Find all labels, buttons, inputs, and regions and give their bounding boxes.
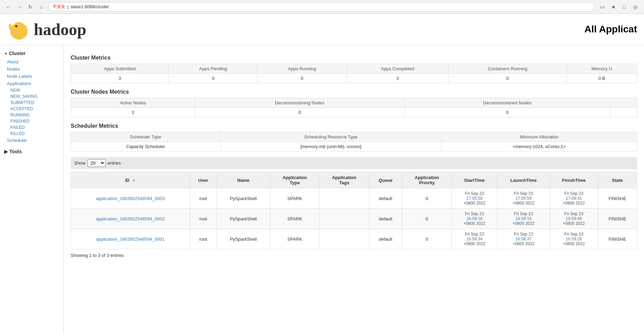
cell-priority: 0: [402, 209, 452, 229]
table-row: application_1663902548594_0001 root PySp…: [71, 229, 637, 249]
sidebar-item-node-labels[interactable]: Node Labels: [0, 73, 63, 80]
app-id-link[interactable]: application_1663902548594_0003: [96, 196, 165, 201]
body-layout: ▼ Cluster About Nodes Node Labels Applic…: [0, 45, 644, 333]
cell-queue: default: [369, 188, 402, 209]
col-header-queue[interactable]: Queue: [369, 172, 402, 188]
app-id-link[interactable]: application_1663902548594_0001: [96, 237, 165, 242]
sidebar-item-accepted[interactable]: ACCEPTED: [3, 106, 63, 112]
url-text: slave1:8088/cluster: [70, 4, 109, 9]
cluster-nodes-row: 3 0 0: [71, 108, 637, 117]
sidebar-cluster-header[interactable]: ▼ Cluster: [0, 49, 63, 58]
sidebar: ▼ Cluster About Nodes Node Labels Applic…: [0, 45, 64, 333]
tools-arrow-icon: ▶: [4, 149, 8, 154]
id-sort-icon: ▼: [132, 179, 135, 183]
cm-containers-running: 0: [449, 74, 567, 83]
applications-table: ID ▼ User Name ApplicationType Applicati…: [71, 172, 637, 249]
scheduler-metrics-title: Scheduler Metrics: [71, 123, 637, 129]
sm-header-resource: Scheduling Resource Type: [220, 132, 441, 142]
show-label: Show: [74, 160, 85, 166]
app-id-link[interactable]: application_1663902548594_0002: [96, 216, 165, 221]
cell-app-type: SPARK: [270, 188, 320, 209]
col-header-state[interactable]: State: [598, 172, 637, 188]
cell-launch-time: Fri Sep 23 16:59:16 +0800 2022: [497, 209, 550, 229]
sidebar-applications-sub: NEW NEW_SAVING SUBMITTED ACCEPTED RUNNIN…: [0, 87, 63, 137]
cm-header-pending: Apps Pending: [169, 64, 258, 74]
cell-user: root: [190, 209, 217, 229]
col-header-id[interactable]: ID ▼: [71, 172, 190, 188]
cell-id: application_1663902548594_0003: [71, 188, 190, 209]
sidebar-item-failed[interactable]: FAILED: [3, 124, 63, 131]
cm-apps-submitted: 3: [71, 74, 169, 83]
cnm-decommissioned: 0: [404, 108, 610, 117]
sidebar-tools-header[interactable]: ▶ Tools: [0, 147, 63, 156]
cluster-nodes-metrics-title: Cluster Nodes Metrics: [71, 89, 637, 95]
url-separator: |: [67, 4, 68, 9]
sidebar-item-nodes[interactable]: Nodes: [0, 65, 63, 73]
cell-state: FINISHE: [598, 209, 637, 229]
sidebar-tools-label: Tools: [9, 149, 22, 154]
col-header-start-time[interactable]: StartTime: [452, 172, 497, 188]
sm-min-alloc: <memory:1024, vCores:1>: [441, 142, 637, 152]
col-header-priority[interactable]: ApplicationPriority: [402, 172, 452, 188]
cell-app-type: SPARK: [270, 229, 320, 249]
home-button[interactable]: ⌂: [37, 3, 46, 11]
sidebar-item-scheduler[interactable]: Scheduler: [0, 137, 63, 144]
cnm-active: 3: [71, 108, 195, 117]
show-entries-bar: Show 10 20 50 100 entries: [71, 157, 637, 169]
forward-button[interactable]: →: [15, 3, 23, 11]
cm-header-submitted: Apps Submitted: [71, 64, 169, 74]
col-header-launch-time[interactable]: LaunchTime: [497, 172, 550, 188]
col-header-app-type[interactable]: ApplicationType: [270, 172, 320, 188]
entries-label: entries: [108, 160, 121, 166]
sidebar-item-submitted[interactable]: SUBMITTED: [3, 100, 63, 106]
sidebar-item-applications[interactable]: Applications: [0, 80, 63, 87]
cell-priority: 0: [402, 188, 452, 209]
cell-name: PySparkShell: [217, 188, 270, 209]
cnm-decommissioning: 0: [195, 108, 404, 117]
cell-queue: default: [369, 229, 402, 249]
window-button[interactable]: □: [620, 2, 629, 11]
cell-start-time: Fri Sep 23 16:58:34 +0800 2022: [452, 229, 497, 249]
sm-header-type: Scheduler Type: [71, 132, 221, 142]
cell-finish-time: Fri Sep 23 16:59:49 +0800 2022: [550, 209, 598, 229]
logo-area: hadoop: [7, 17, 86, 41]
cnm-extra: [610, 108, 637, 117]
cell-launch-time: Fri Sep 23 17:05:59 +0800 2022: [497, 188, 550, 209]
sidebar-item-running[interactable]: RUNNING: [3, 112, 63, 118]
app-layout: hadoop All Applicat ▼ Cluster About Node…: [0, 14, 644, 333]
reload-button[interactable]: ↻: [26, 3, 34, 11]
col-header-finish-time[interactable]: FinishTime: [550, 172, 598, 188]
address-bar[interactable]: 不安全 | slave1:8088/cluster: [48, 2, 595, 11]
col-header-app-tags[interactable]: ApplicationTags: [320, 172, 369, 188]
screen-cast-button[interactable]: ▭: [598, 2, 607, 11]
sm-type: Capacity Scheduler: [71, 142, 221, 152]
cnm-header-decommissioned: Decommissioned Nodes: [404, 98, 610, 108]
profile-button[interactable]: ◎: [631, 2, 640, 11]
cluster-metrics-row: 3 0 0 3 0 0 B: [71, 74, 637, 83]
cell-start-time: Fri Sep 23 17:05:58 +0800 2022: [452, 188, 497, 209]
cell-finish-time: Fri Sep 23 16:59:28 +0800 2022: [550, 229, 598, 249]
scheduler-metrics-row: Capacity Scheduler [memory-mb (unit=Mi),…: [71, 142, 637, 152]
cell-start-time: Fri Sep 23 16:59:16 +0800 2022: [452, 209, 497, 229]
apps-table-header-row: ID ▼ User Name ApplicationType Applicati…: [71, 172, 637, 188]
entries-select[interactable]: 10 20 50 100: [88, 159, 105, 167]
logo-text: hadoop: [34, 20, 86, 39]
sidebar-item-finished[interactable]: FINISHED: [3, 118, 63, 124]
col-header-name[interactable]: Name: [217, 172, 270, 188]
cell-app-type: SPARK: [270, 209, 320, 229]
bookmark-button[interactable]: ★: [609, 2, 618, 11]
sidebar-item-about[interactable]: About: [0, 58, 63, 65]
sidebar-item-new[interactable]: NEW: [3, 87, 63, 93]
browser-chrome: ← → ↻ ⌂ 不安全 | slave1:8088/cluster ▭ ★ □ …: [0, 0, 644, 14]
sidebar-item-killed[interactable]: KILLED: [3, 131, 63, 137]
sidebar-item-new-saving[interactable]: NEW_SAVING: [3, 93, 63, 100]
cnm-header-decommissioning: Decommissioning Nodes: [195, 98, 404, 108]
back-button[interactable]: ←: [4, 3, 12, 11]
sm-header-min-alloc: Minimum Allocation: [441, 132, 637, 142]
cm-header-memory: Memory U: [566, 64, 637, 74]
table-row: application_1663902548594_0003 root PySp…: [71, 188, 637, 209]
col-header-user[interactable]: User: [190, 172, 217, 188]
page-title: All Applicat: [584, 24, 637, 35]
cell-finish-time: Fri Sep 23 17:09:41 +0800 2022: [550, 188, 598, 209]
main-content: Cluster Metrics Apps Submitted Apps Pend…: [64, 45, 644, 333]
